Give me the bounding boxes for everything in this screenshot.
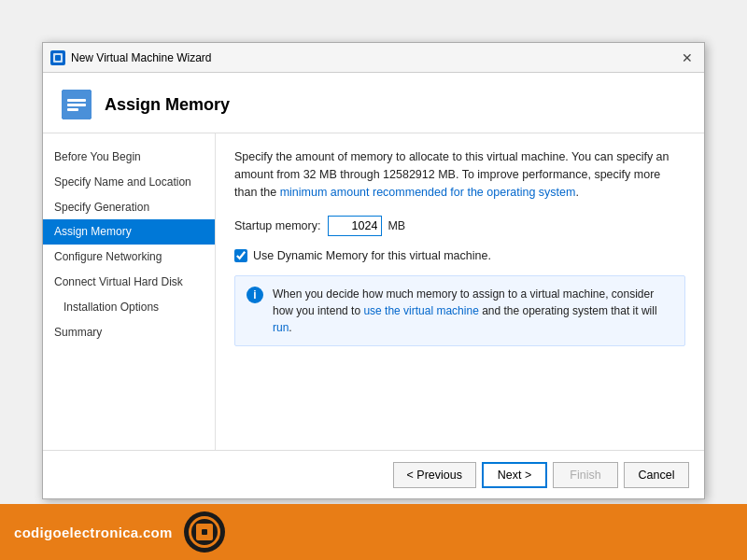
checkbox-label[interactable]: Use Dynamic Memory for this virtual mach… [253, 249, 491, 262]
sidebar-item[interactable]: Specify Name and Location [43, 170, 215, 195]
previous-button[interactable]: < Previous [393, 462, 476, 488]
memory-unit: MB [388, 219, 405, 232]
memory-label: Startup memory: [234, 219, 320, 232]
sidebar-item[interactable]: Installation Options [43, 295, 215, 320]
logo-inner [189, 516, 220, 548]
dialog-window: New Virtual Machine Wizard ✕ Assign Memo… [42, 42, 705, 499]
svg-rect-3 [67, 99, 86, 102]
bottom-bar-text: codigoelectronica.com [14, 525, 173, 540]
memory-row: Startup memory: MB [234, 216, 685, 236]
sidebar-item[interactable]: Summary [43, 320, 215, 345]
sidebar-item[interactable]: Configure Networking [43, 245, 215, 270]
memory-input[interactable] [328, 216, 382, 236]
header-icon [62, 90, 92, 119]
svg-rect-1 [55, 55, 61, 61]
bottom-bar-logo [184, 511, 225, 553]
close-button[interactable]: ✕ [678, 49, 697, 67]
checkbox-row: Use Dynamic Memory for this virtual mach… [234, 249, 685, 262]
sidebar-item[interactable]: Before You Begin [43, 145, 215, 170]
minimum-amount-link[interactable]: minimum amount recommended for the opera… [280, 186, 576, 199]
info-box: i When you decide how much memory to ass… [234, 275, 685, 346]
title-bar-icon [50, 50, 65, 65]
bottom-bar: codigoelectronica.com [0, 504, 747, 560]
page-title: Assign Memory [105, 95, 230, 115]
title-bar: New Virtual Machine Wizard ✕ [43, 43, 704, 73]
info-text: When you decide how much memory to assig… [273, 286, 673, 336]
cancel-button[interactable]: Cancel [624, 462, 689, 488]
title-bar-title: New Virtual Machine Wizard [71, 51, 678, 64]
sidebar: Before You BeginSpecify Name and Locatio… [43, 133, 216, 450]
next-button[interactable]: Next > [482, 462, 547, 488]
finish-button[interactable]: Finish [553, 462, 618, 488]
sidebar-item[interactable]: Specify Generation [43, 195, 215, 220]
run-link[interactable]: run [273, 321, 289, 334]
svg-rect-5 [67, 108, 78, 111]
content-area: Specify the amount of memory to allocate… [216, 133, 704, 450]
svg-rect-4 [67, 104, 86, 106]
outer-window: New Virtual Machine Wizard ✕ Assign Memo… [0, 0, 747, 560]
logo-chip [196, 524, 213, 540]
use-link[interactable]: use the virtual machine [363, 304, 478, 317]
description-text: Specify the amount of memory to allocate… [234, 148, 685, 201]
sidebar-item[interactable]: Assign Memory [43, 219, 215, 245]
dialog-body: Before You BeginSpecify Name and Locatio… [43, 133, 704, 450]
dialog-footer: < Previous Next > Finish Cancel [43, 450, 704, 498]
dynamic-memory-checkbox[interactable] [234, 249, 247, 262]
dialog-header: Assign Memory [43, 73, 704, 133]
sidebar-item[interactable]: Connect Virtual Hard Disk [43, 270, 215, 295]
svg-rect-7 [202, 529, 207, 535]
info-icon: i [247, 287, 263, 303]
